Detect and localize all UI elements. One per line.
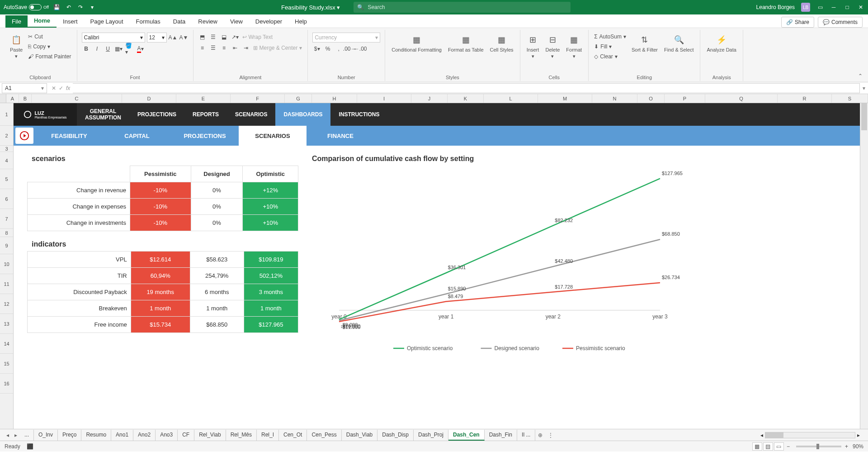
font-color-button[interactable]: A▾	[136, 44, 145, 53]
paste-button[interactable]: 📋Paste▾	[8, 33, 24, 60]
tab-formulas[interactable]: Formulas	[130, 15, 167, 28]
col-header-K[interactable]: K	[448, 94, 484, 103]
new-sheet-button[interactable]: ⊕	[535, 432, 545, 438]
nav2-item-capital[interactable]: CAPITAL	[103, 126, 171, 146]
save-icon[interactable]: 💾	[53, 4, 61, 11]
nav2-item-scenarios[interactable]: SCENARIOS	[239, 126, 307, 146]
zoom-level[interactable]: 90%	[853, 443, 863, 450]
nav1-item-instructions[interactable]: INSTRUCTIONS	[330, 103, 387, 126]
format-cells-button[interactable]: ▦Format▾	[564, 33, 584, 60]
sheet-tab-dash-cen[interactable]: Dash_Cen	[448, 430, 485, 441]
formula-input[interactable]	[73, 83, 860, 93]
row-header-5[interactable]: 5	[0, 169, 13, 189]
row-header-8[interactable]: 8	[0, 229, 13, 237]
sheet-tab-rel-viab[interactable]: Rel_Viab	[194, 430, 226, 441]
nav2-item-feasibility[interactable]: FEASIBILITY	[35, 126, 103, 146]
vertical-scrollbar[interactable]	[860, 103, 868, 429]
col-header-L[interactable]: L	[484, 94, 538, 103]
col-header-H[interactable]: H	[312, 94, 357, 103]
col-header-S[interactable]: S	[832, 94, 868, 103]
indent-inc-icon[interactable]: ⇥	[241, 43, 250, 52]
row-header-11[interactable]: 11	[0, 274, 13, 294]
worksheet-grid[interactable]: 12345678910111213141516 LUZPlanilhas Emp…	[0, 103, 868, 429]
number-format-select[interactable]: Currency▾	[312, 33, 380, 43]
cell-styles-button[interactable]: ▦Cell Styles	[488, 33, 515, 53]
delete-cells-button[interactable]: ⊟Delete▾	[544, 33, 562, 60]
align-middle-icon[interactable]: ☰	[209, 33, 218, 42]
user-name[interactable]: Leandro Borges	[756, 4, 795, 10]
sheet-tab-ano2[interactable]: Ano2	[133, 430, 156, 441]
tab-insert[interactable]: Insert	[57, 15, 84, 28]
sheet-tab-dash-viab[interactable]: Dash_Viab	[342, 430, 378, 441]
hscroll-left-icon[interactable]: ◂	[760, 432, 763, 438]
tab-page-layout[interactable]: Page Layout	[84, 15, 130, 28]
percent-format-icon[interactable]: %	[323, 44, 332, 53]
view-page-layout-icon[interactable]: ▤	[763, 442, 773, 451]
nav1-item-scenarios[interactable]: SCENARIOS	[227, 103, 275, 126]
nav2-item-finance[interactable]: FINANCE	[307, 126, 374, 146]
align-top-icon[interactable]: ⬒	[198, 33, 207, 42]
col-header-P[interactable]: P	[665, 94, 705, 103]
format-painter-button[interactable]: 🖌 Format Painter	[27, 52, 72, 61]
tab-review[interactable]: Review	[192, 15, 224, 28]
sort-filter-button[interactable]: ⇅Sort & Filter	[630, 33, 660, 53]
col-header-C[interactable]: C	[32, 94, 122, 103]
sheet-tab-il-[interactable]: Il ...	[517, 430, 535, 441]
font-size-select[interactable]: 12▾	[147, 33, 167, 43]
row-header-10[interactable]: 10	[0, 254, 13, 274]
sheet-tab-resumo[interactable]: Resumo	[81, 430, 111, 441]
comments-button[interactable]: 💬 Comments	[818, 17, 863, 28]
nav2-item-projections[interactable]: PROJECTIONS	[171, 126, 239, 146]
indent-dec-icon[interactable]: ⇤	[231, 43, 240, 52]
accounting-format-icon[interactable]: $▾	[312, 44, 321, 53]
col-header-A[interactable]: A	[6, 94, 19, 103]
view-page-break-icon[interactable]: ▭	[774, 442, 784, 451]
row-header-16[interactable]: 16	[0, 374, 13, 394]
nav1-item-reports[interactable]: REPORTS	[184, 103, 227, 126]
col-header-E[interactable]: E	[176, 94, 231, 103]
dec-decimal-icon[interactable]: ←.00	[356, 44, 365, 53]
border-button[interactable]: ▦▾	[114, 44, 123, 53]
expand-formula-icon[interactable]: ▾	[860, 85, 868, 91]
hscroll-right-icon[interactable]: ▸	[857, 432, 860, 438]
find-select-button[interactable]: 🔍Find & Select	[662, 33, 695, 53]
bold-button[interactable]: B	[82, 44, 91, 53]
redo-icon[interactable]: ↷	[77, 4, 84, 11]
nav1-item-projections[interactable]: PROJECTIONS	[129, 103, 184, 126]
sheet-tab-pre-o[interactable]: Preço	[58, 430, 81, 441]
comma-format-icon[interactable]: ,	[334, 44, 343, 53]
row-header-3[interactable]: 3	[0, 146, 13, 152]
minimize-icon[interactable]: ─	[830, 4, 837, 11]
row-header-12[interactable]: 12	[0, 294, 13, 314]
sheet-tab-menu-icon[interactable]: ⋮	[545, 432, 556, 438]
orientation-icon[interactable]: ↗▾	[231, 33, 240, 42]
row-header-15[interactable]: 15	[0, 354, 13, 374]
sheet-tab-rel-m-s[interactable]: Rel_Mês	[226, 430, 257, 441]
tab-home[interactable]: Home	[28, 14, 57, 28]
shrink-font-icon[interactable]: A▼	[179, 33, 189, 42]
sheet-tab-cen-pess[interactable]: Cen_Pess	[307, 430, 341, 441]
sheet-tab-cf[interactable]: CF	[178, 430, 194, 441]
zoom-in-icon[interactable]: +	[845, 443, 848, 450]
row-header-2[interactable]: 2	[0, 126, 13, 146]
row-header-1[interactable]: 1	[0, 103, 13, 126]
sheet-nav-prev-icon[interactable]: ▸	[12, 432, 20, 438]
cancel-formula-icon[interactable]: ✕	[52, 85, 56, 91]
clear-button[interactable]: ◇ Clear ▾	[593, 52, 627, 61]
italic-button[interactable]: I	[93, 44, 102, 53]
align-right-icon[interactable]: ≡	[220, 43, 229, 52]
close-icon[interactable]: ✕	[857, 4, 864, 11]
tab-file[interactable]: File	[5, 15, 28, 28]
row-header-4[interactable]: 4	[0, 152, 13, 169]
qat-dropdown-icon[interactable]: ▾	[89, 4, 96, 11]
row-header-9[interactable]: 9	[0, 237, 13, 254]
underline-button[interactable]: U	[104, 44, 113, 53]
share-button[interactable]: 🔗 Share	[781, 17, 814, 28]
tab-data[interactable]: Data	[167, 15, 192, 28]
collapse-ribbon-icon[interactable]: ⌃	[858, 73, 863, 79]
col-header-I[interactable]: I	[357, 94, 411, 103]
sheet-tab-dash-proj[interactable]: Dash_Proj	[414, 430, 448, 441]
ribbon-mode-icon[interactable]: ▭	[816, 4, 824, 11]
tab-view[interactable]: View	[224, 15, 249, 28]
col-header-G[interactable]: G	[285, 94, 312, 103]
